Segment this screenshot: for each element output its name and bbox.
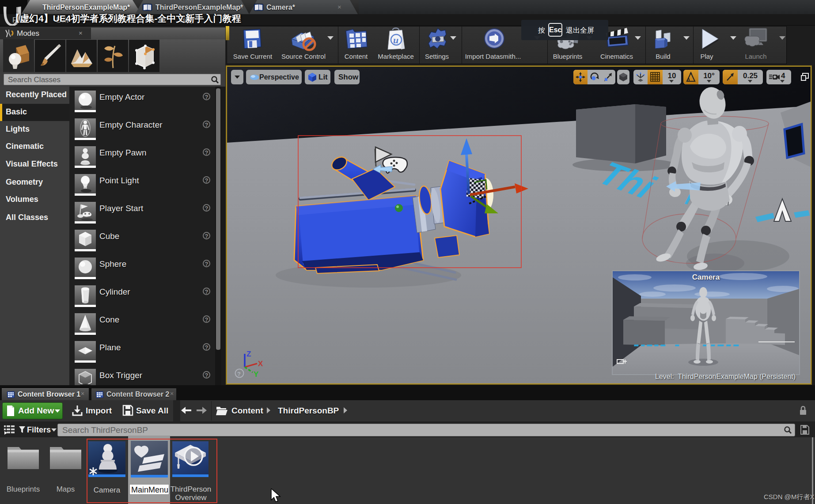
- svg-text:Y: Y: [254, 370, 259, 379]
- svg-text:?: ?: [237, 371, 241, 377]
- svg-text:X: X: [258, 360, 263, 368]
- svg-text:u: u: [393, 34, 398, 45]
- svg-text:Z: Z: [246, 350, 251, 358]
